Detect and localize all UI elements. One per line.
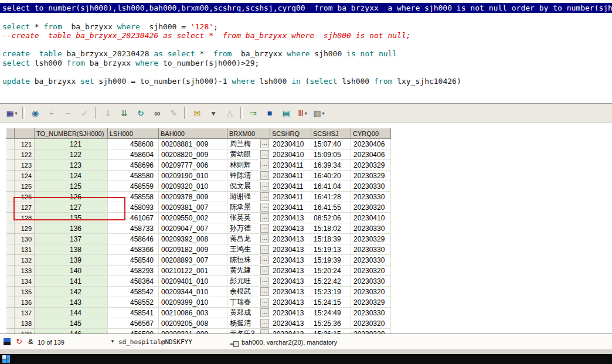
cell-tonum[interactable]: 122 — [35, 149, 108, 160]
cell-lsh[interactable]: 458558 — [108, 192, 159, 202]
row-number-cell[interactable]: 121 — [15, 139, 35, 149]
cell-scshsj[interactable]: 16:41:55 — [311, 202, 351, 213]
cell-cyrq[interactable]: 20230410 — [351, 213, 391, 223]
cell-tonum[interactable]: 139 — [35, 255, 108, 266]
grid-view-icon-dropdown[interactable]: ▾ — [322, 111, 325, 116]
sql-editor[interactable]: select to_number(sjh000),lsh000,bah000,b… — [0, 0, 612, 103]
row-number-cell[interactable]: 124 — [15, 171, 35, 181]
cell-tonum[interactable]: 145 — [35, 318, 108, 329]
column-header-brxm[interactable]: BRXM00 — [227, 128, 270, 139]
cell-bah[interactable]: 00209399_010 — [159, 297, 227, 308]
cell-brxm[interactable]: 彭元旺… — [227, 276, 270, 287]
column-header-blank[interactable] — [6, 128, 15, 139]
cell-editor-button[interactable]: … — [260, 234, 269, 243]
cell-scshsj[interactable]: 08:52:06 — [311, 213, 351, 223]
cell-tonum[interactable]: 124 — [35, 171, 108, 181]
cell-lsh[interactable]: 458542 — [108, 287, 159, 297]
cell-editor-button[interactable]: … — [260, 192, 269, 201]
cell-brxm[interactable]: 丁瑞春… — [227, 297, 270, 308]
cell-scshsj[interactable]: 15:19:13 — [311, 244, 351, 255]
cell-scshsj[interactable]: 15:18:39 — [311, 234, 351, 244]
connection-name[interactable]: sd_hospital@NDSKFYY — [118, 338, 192, 346]
sql-blank-line[interactable] — [0, 13, 612, 22]
chart-icon-dropdown[interactable]: ▾ — [305, 111, 307, 116]
cell-lsh[interactable]: 461067 — [108, 213, 159, 223]
selected-sql-line[interactable]: select to_number(sjh000),lsh000,bah000,b… — [0, 3, 612, 13]
row-number-cell[interactable]: 130 — [15, 234, 35, 244]
row-number-cell[interactable]: 126 — [15, 192, 35, 202]
cell-cyrq[interactable]: 20230320 — [351, 266, 391, 276]
grid-layout-icon-dropdown[interactable]: ▾ — [15, 111, 18, 116]
cell-cyrq[interactable]: 20230320 — [351, 202, 391, 213]
cell-editor-button[interactable]: … — [260, 161, 269, 169]
cell-scshrq[interactable]: 20230411 — [270, 202, 311, 213]
cell-tonum[interactable]: 123 — [35, 160, 108, 171]
cell-scshsj[interactable]: 15:19:39 — [311, 255, 351, 266]
grid-layout-icon[interactable]: ▦▾ — [4, 106, 19, 120]
cell-lsh[interactable]: 458733 — [108, 223, 159, 234]
cell-cyrq[interactable]: 20230329 — [351, 234, 391, 244]
cell-bah[interactable]: 00208893_007 — [159, 255, 227, 266]
grid-view-icon[interactable]: ▥▾ — [311, 106, 327, 120]
row-number-cell[interactable]: 131 — [15, 244, 35, 255]
cell-editor-button[interactable]: … — [260, 245, 269, 254]
cell-editor-button[interactable]: … — [260, 182, 269, 190]
row-number-cell[interactable]: 135 — [15, 287, 35, 297]
cell-editor-button[interactable]: … — [260, 213, 269, 222]
column-header-tonum[interactable]: TO_NUMBER(SJH000) — [35, 128, 108, 139]
cell-editor-button[interactable]: … — [260, 171, 269, 180]
cell-brxm[interactable]: 陈承景… — [227, 202, 270, 213]
cell-scshrq[interactable]: 20230413 — [270, 308, 311, 318]
cell-cyrq[interactable]: 20230330 — [351, 192, 391, 202]
cell-cyrq[interactable]: 20230330 — [351, 244, 391, 255]
insert-record-icon[interactable]: + — [44, 106, 59, 120]
cell-tonum[interactable]: 125 — [35, 181, 108, 192]
cell-lsh[interactable]: 458366 — [108, 244, 159, 255]
cell-scshsj[interactable]: 15:20:24 — [311, 266, 351, 276]
cell-lsh[interactable]: 458364 — [108, 276, 159, 287]
cell-brxm[interactable]: 王鸿生… — [227, 244, 270, 255]
cell-lsh[interactable]: 458541 — [108, 308, 159, 318]
row-number-cell[interactable]: 133 — [15, 266, 35, 276]
cell-brxm[interactable]: 黄幼眼… — [227, 149, 270, 160]
sql-line[interactable]: update ba_brzyxx set sjh000 = to_number(… — [0, 77, 612, 86]
row-number-cell[interactable]: 136 — [15, 297, 35, 308]
connection-dropdown-icon[interactable]: ▼ — [110, 339, 115, 344]
cell-brxm[interactable]: 蒋昌龙… — [227, 234, 270, 244]
cell-scshrq[interactable]: 20230411 — [270, 181, 311, 192]
column-header-cyrq[interactable]: CYRQ00 — [351, 128, 391, 139]
cell-lsh[interactable]: 458540 — [108, 255, 159, 266]
cell-editor-button[interactable]: … — [260, 319, 269, 328]
cell-lsh[interactable]: 458293 — [108, 266, 159, 276]
cell-scshsj[interactable]: 16:41:28 — [311, 192, 351, 202]
post-record-icon[interactable]: ✓ — [77, 106, 92, 120]
cell-bah[interactable]: 00209182_009 — [159, 244, 227, 255]
cell-bah[interactable]: 00209392_008 — [159, 234, 227, 244]
fetch-all-icon[interactable]: ⇊ — [117, 106, 132, 120]
cell-cyrq[interactable]: 20230330 — [351, 276, 391, 287]
cell-lsh[interactable]: 458580 — [108, 171, 159, 181]
cell-tonum[interactable]: 135 — [35, 213, 108, 223]
sql-line[interactable]: select * from ba_brzyxx where sjh000 = '… — [0, 22, 612, 32]
print-icon[interactable]: ▤ — [278, 106, 294, 120]
cell-tonum[interactable]: 137 — [35, 234, 108, 244]
delete-record-icon[interactable]: − — [60, 106, 76, 120]
row-number-cell[interactable]: 123 — [15, 160, 35, 171]
cell-lsh[interactable]: 458559 — [108, 181, 159, 192]
cell-brxm[interactable]: 林则辉… — [227, 160, 270, 171]
cell-bah[interactable]: 00209047_007 — [159, 223, 227, 234]
cell-editor-button[interactable]: … — [260, 140, 269, 148]
cell-scshsj[interactable]: 16:40:20 — [311, 171, 351, 181]
row-number-cell[interactable]: 127 — [15, 202, 35, 213]
cell-cyrq[interactable]: 20230406 — [351, 149, 391, 160]
cell-scshsj[interactable]: 15:25:36 — [311, 318, 351, 329]
cell-scshrq[interactable]: 20230411 — [270, 160, 311, 171]
cell-lsh[interactable]: 458604 — [108, 149, 159, 160]
cell-scshrq[interactable]: 20230413 — [270, 318, 311, 329]
cell-lsh[interactable]: 458646 — [108, 234, 159, 244]
sql-line[interactable]: create table ba_brzyxx_20230428 as selec… — [0, 49, 612, 59]
cell-brxm[interactable]: 陈恒珠… — [227, 255, 270, 266]
column-header-lsh[interactable]: LSH000 — [108, 128, 159, 139]
cell-bah[interactable]: 00209550_002 — [159, 213, 227, 223]
cell-tonum[interactable]: 127 — [35, 202, 108, 213]
